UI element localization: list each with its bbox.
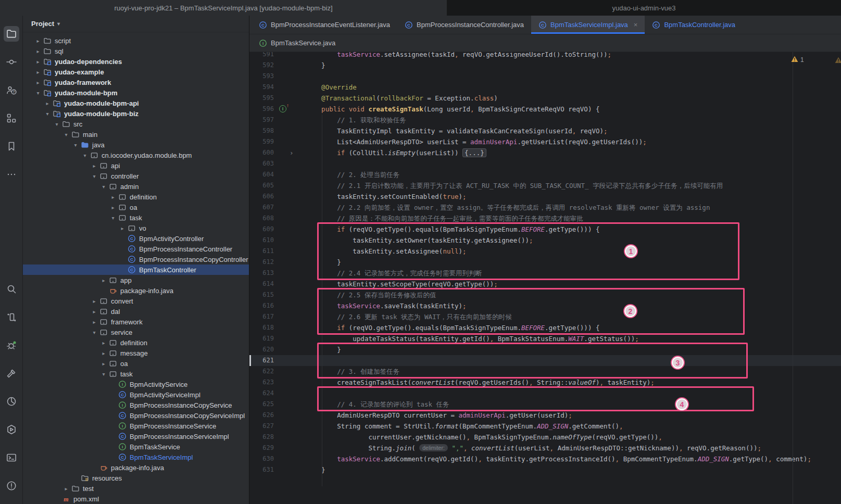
chevron-collapsed-icon[interactable]: ▸ <box>33 59 43 65</box>
code-line-597[interactable]: 597 // 1. 获取和校验任务 <box>249 115 841 125</box>
chevron-collapsed-icon[interactable]: ▸ <box>33 69 43 75</box>
project-panel-header[interactable]: Project ▾ <box>23 16 249 32</box>
line-number[interactable]: 628 <box>249 432 278 443</box>
code-line-599[interactable]: 599 List<AdminUserRespDTO> userList = ad… <box>249 136 841 147</box>
code-line-614[interactable]: 614 taskEntity.setScopeType(reqVO.getTyp… <box>249 279 841 289</box>
chevron-expanded-icon[interactable]: ▾ <box>43 111 52 117</box>
code-line-630[interactable]: 630 taskService.addComment(reqVO.getId()… <box>249 453 841 464</box>
line-number[interactable]: 609 <box>249 224 278 235</box>
tab-bpmprocessinstancecontroller-java[interactable]: CBpmProcessInstanceController.java <box>397 16 531 34</box>
tree-item-package-info-java[interactable]: package-info.java <box>23 285 249 296</box>
tree-item-test[interactable]: ▸test <box>23 483 249 494</box>
tab-bpmtaskserviceimpl-java[interactable]: CBpmTaskServiceImpl.java× <box>531 16 645 34</box>
line-number[interactable]: 605 <box>249 180 278 191</box>
code-line-591[interactable]: 591 taskService.setAssignee(taskId, reqV… <box>249 52 841 60</box>
tree-item-script[interactable]: ▸script <box>23 35 249 46</box>
code-line-623[interactable]: 623 createSignTaskList(convertList(reqVO… <box>249 377 841 388</box>
code-line-627[interactable]: 627 String comment = StrUtil.format(BpmC… <box>249 421 841 432</box>
tree-item-bpmprocessinstancecopycontroller[interactable]: CBpmProcessInstanceCopyController <box>23 254 249 264</box>
tree-item-convert[interactable]: ▸convert <box>23 296 249 306</box>
code-line-595[interactable]: 595 @Transactional(rollbackFor = Excepti… <box>249 93 841 104</box>
tree-item-bpmprocessinstanceservice[interactable]: IBpmProcessInstanceService <box>23 421 249 431</box>
tree-item-resources[interactable]: resources <box>23 473 249 483</box>
chevron-expanded-icon[interactable]: ▾ <box>80 153 90 158</box>
chevron-expanded-icon[interactable]: ▾ <box>99 371 108 377</box>
tree-item-bpmprocessinstanceserviceimpl[interactable]: CBpmProcessInstanceServiceImpl <box>23 431 249 442</box>
tree-item-yudao-module-bpm-biz[interactable]: ▾yudao-module-bpm-biz <box>23 108 249 119</box>
code-line-596[interactable]: 596I public void createSignTask(Long use… <box>249 104 841 115</box>
code-line-607[interactable]: 607 // 2.2 向前加签，设置 owner，置空 assign。等子任务都… <box>249 202 841 213</box>
line-number[interactable]: 593 <box>249 71 278 82</box>
chevron-collapsed-icon[interactable]: ▸ <box>90 163 99 169</box>
line-number[interactable]: 596 <box>249 104 278 115</box>
code-line-608[interactable]: 608 // 原因是：不能和向前加签的子任务一起审批，需要等前面的子任务都完成才… <box>249 213 841 224</box>
folded-region-badge[interactable]: {...} <box>462 148 486 157</box>
line-number[interactable]: 616 <box>249 300 278 311</box>
code-line-629[interactable]: 629 String.join( delimiter: ",", convert… <box>249 443 841 453</box>
line-number[interactable]: 621 <box>249 355 278 366</box>
tree-item-src[interactable]: ▾src <box>23 119 249 129</box>
chevron-expanded-icon[interactable]: ▾ <box>90 173 99 179</box>
line-number[interactable]: 614 <box>249 279 278 289</box>
line-number[interactable]: 610 <box>249 235 278 246</box>
chevron-expanded-icon[interactable]: ▾ <box>61 132 71 137</box>
line-number[interactable]: 600 <box>249 147 278 158</box>
tree-item-yudao-example[interactable]: ▸yudao-example <box>23 67 249 77</box>
fold-arrow-icon[interactable]: › <box>290 147 303 158</box>
close-icon[interactable]: × <box>634 21 638 29</box>
tab-bpmprocessinstanceeventlistener-java[interactable]: CBpmProcessInstanceEventListener.java <box>252 16 397 34</box>
tree-item-task[interactable]: ▾task <box>23 369 249 379</box>
code-line-622[interactable]: 622 // 3. 创建加签任务 <box>249 366 841 377</box>
chevron-expanded-icon[interactable]: ▾ <box>71 142 80 148</box>
tab-bpmtaskcontroller-java[interactable]: CBpmTaskController.java <box>645 16 743 34</box>
chevron-collapsed-icon[interactable]: ▸ <box>33 80 43 85</box>
line-number[interactable]: 624 <box>249 388 278 399</box>
code-line-605[interactable]: 605 // 2.1 开启计数功能，主要用于为了让表 ACT_RU_TASK 中… <box>249 180 841 191</box>
code-line-624[interactable]: 624 <box>249 388 841 399</box>
tree-item-oa[interactable]: ▸oa <box>23 202 249 212</box>
tree-item-message[interactable]: ▸message <box>23 348 249 358</box>
chevron-collapsed-icon[interactable]: ▸ <box>99 278 108 283</box>
tree-item-vo[interactable]: ▸vo <box>23 223 249 233</box>
line-number[interactable]: 594 <box>249 82 278 93</box>
tree-item-oa[interactable]: ▸oa <box>23 358 249 369</box>
tree-item-cn-iocoder-yudao-module-bpm[interactable]: ▾cn.iocoder.yudao.module.bpm <box>23 150 249 160</box>
tree-item-yudao-module-bpm[interactable]: ▾yudao-module-bpm <box>23 87 249 98</box>
line-number[interactable]: 607 <box>249 202 278 213</box>
run-anything-icon[interactable] <box>4 309 19 325</box>
tree-item-app[interactable]: ▸app <box>23 275 249 285</box>
tree-item-bpmprocessinstancecopyservice[interactable]: IBpmProcessInstanceCopyService <box>23 400 249 410</box>
code-line-628[interactable]: 628 currentUser.getNickname(), BpmTaskSi… <box>249 432 841 443</box>
code-line-613[interactable]: 613 // 2.4 记录加签方式，完成任务时需要用到判断 <box>249 268 841 279</box>
tree-item-main[interactable]: ▾main <box>23 129 249 140</box>
code-editor[interactable]: 591 taskService.setAssignee(taskId, reqV… <box>249 52 841 504</box>
code-line-626[interactable]: 626 AdminUserRespDTO currentUser = admin… <box>249 410 841 421</box>
tree-item-bpmtaskserviceimpl[interactable]: CBpmTaskServiceImpl <box>23 452 249 462</box>
code-line-612[interactable]: 612 } <box>249 257 841 268</box>
profiler-icon[interactable] <box>4 394 19 409</box>
code-line-620[interactable]: 620 } <box>249 344 841 355</box>
tree-item-package-info-java[interactable]: package-info.java <box>23 462 249 473</box>
line-number[interactable]: 604 <box>249 169 278 180</box>
line-number[interactable]: 612 <box>249 257 278 268</box>
chevron-collapsed-icon[interactable]: ▸ <box>108 205 118 210</box>
line-number[interactable]: 623 <box>249 377 278 388</box>
problems-icon[interactable] <box>4 478 19 494</box>
chevron-collapsed-icon[interactable]: ▸ <box>33 48 43 54</box>
code-line-616[interactable]: 616 taskService.saveTask(taskEntity); <box>249 300 841 311</box>
code-line-598[interactable]: 598 TaskEntityImpl taskEntity = validate… <box>249 125 841 136</box>
tree-item-yudao-framework[interactable]: ▸yudao-framework <box>23 77 249 87</box>
chevron-collapsed-icon[interactable]: ▸ <box>90 319 99 325</box>
chevron-collapsed-icon[interactable]: ▸ <box>99 340 108 346</box>
chevron-expanded-icon[interactable]: ▾ <box>52 121 61 127</box>
tree-item-yudao-module-bpm-api[interactable]: ▸yudao-module-bpm-api <box>23 98 249 108</box>
code-line-592[interactable]: 592 } <box>249 60 841 71</box>
line-number[interactable]: 615 <box>249 289 278 300</box>
code-line-619[interactable]: 619 updateTaskStatus(taskEntity.getId(),… <box>249 333 841 344</box>
line-number[interactable]: 599 <box>249 136 278 147</box>
debug-icon[interactable] <box>4 337 19 353</box>
code-line-611[interactable]: 611 taskEntity.setAssignee(null); <box>249 246 841 257</box>
tab-bpmtaskservice-java[interactable]: IBpmTaskService.java <box>252 34 343 52</box>
chevron-collapsed-icon[interactable]: ▸ <box>61 486 71 492</box>
line-number[interactable]: 598 <box>249 125 278 136</box>
